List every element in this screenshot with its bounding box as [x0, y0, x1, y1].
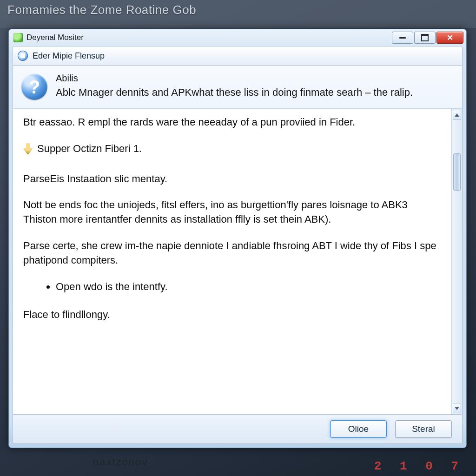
window-controls: ✕	[392, 32, 463, 44]
desktop: Fomamies the Zome Roatine Gob naxtzonov …	[0, 0, 476, 476]
primary-button-label: Olioe	[348, 424, 369, 434]
background-banner-text: Fomamies the Zome Roatine Gob	[7, 3, 196, 17]
info-banner-title: Abilis	[56, 72, 413, 85]
secondary-button-label: Steral	[412, 424, 435, 434]
pin-icon	[23, 143, 33, 154]
app-icon	[13, 33, 23, 42]
content-list: Open wdo is the intentfy.	[56, 280, 441, 294]
dialog-footer: Olioe Steral	[13, 415, 463, 444]
chevron-up-icon	[455, 113, 459, 117]
chevron-down-icon	[455, 407, 459, 410]
info-banner-text: Abilis Ablc Mnager dennits and APKwhat t…	[56, 72, 413, 99]
content-area: Btr eassao. R empl the rards ware the ne…	[13, 109, 451, 414]
content-paragraph: Flace to flindllongy.	[23, 308, 441, 322]
subheader-icon	[18, 51, 28, 61]
info-banner: ? Abilis Ablc Mnager dennits and APKwhat…	[13, 66, 463, 108]
scrollbar[interactable]	[451, 109, 462, 414]
primary-button[interactable]: Olioe	[330, 420, 387, 438]
content-paragraph: ParseEis Instaation slic mentay.	[23, 172, 441, 186]
question-icon: ?	[21, 74, 47, 100]
info-banner-body: Ablc Mnager dennits and APKwhat these li…	[56, 86, 413, 98]
content-bullet: Open wdo is the intentfy.	[56, 280, 441, 294]
minimize-button[interactable]	[392, 32, 413, 44]
scroll-up-button[interactable]	[453, 110, 461, 120]
window-title: Deyenal Mositer	[26, 33, 388, 42]
close-icon: ✕	[447, 34, 453, 42]
background-footer-left: naxtzonov	[93, 456, 148, 468]
scroll-down-button[interactable]	[453, 403, 461, 413]
content-paragraph: Btr eassao. R empl the rards ware the ne…	[23, 115, 441, 130]
maximize-icon	[421, 34, 429, 41]
content-item: Supper Octizn Fiberi 1.	[23, 142, 441, 156]
corner-number: 2 1 0 7	[374, 459, 464, 473]
content-paragraph: Parse certe, she crew im-the napie denni…	[23, 239, 441, 268]
maximize-button[interactable]	[414, 32, 436, 44]
secondary-button[interactable]: Steral	[395, 420, 452, 438]
content-item-text: Supper Octizn Fiberi 1.	[37, 142, 142, 156]
content-frame: Btr eassao. R empl the rards ware the ne…	[13, 108, 463, 415]
background-banner: Fomamies the Zome Roatine Gob	[0, 0, 476, 28]
close-button[interactable]: ✕	[436, 32, 463, 44]
subheader-text: Eder Mipie Flensup	[33, 51, 105, 61]
subheader: Eder Mipie Flensup	[13, 46, 463, 66]
scroll-thumb[interactable]	[453, 153, 461, 191]
titlebar[interactable]: Deyenal Mositer ✕	[9, 29, 466, 46]
minimize-icon	[399, 37, 406, 39]
content-paragraph: Nott be ends foc the uniojeds, fitsl eff…	[23, 198, 441, 227]
dialog-window: Deyenal Mositer ✕ Eder Mipie Flensup ? A…	[8, 29, 467, 448]
